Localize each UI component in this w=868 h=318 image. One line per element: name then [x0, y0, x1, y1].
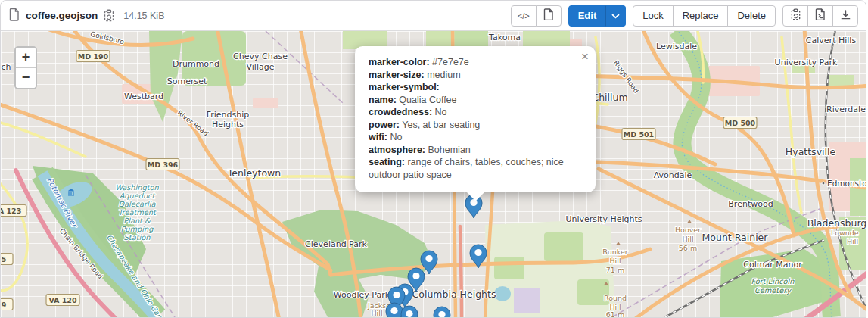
route-badge-md501: MD 501	[622, 129, 655, 140]
property-value: Yes, at bar seating	[402, 120, 480, 130]
lock-button[interactable]: Lock	[633, 5, 673, 26]
label-mount-rainier: Mount Rainier	[702, 232, 769, 243]
chevron-down-icon	[611, 10, 620, 21]
file-size: 14.15 KiB	[123, 11, 164, 21]
property-key: marker-symbol:	[369, 82, 440, 92]
property-key: marker-size:	[369, 70, 425, 80]
map-marker[interactable]	[386, 303, 403, 317]
label-university-park: University Park	[775, 58, 838, 67]
label-jackson-2: Hill	[371, 309, 382, 317]
route-badge-partial-9: 9	[1, 299, 13, 310]
svg-text:Cemetery: Cemetery	[754, 286, 792, 295]
geojson-map[interactable]: MD 190 MD 396 MD 500 MD 501 VA 120 A 123…	[1, 31, 866, 317]
replace-button[interactable]: Replace	[673, 5, 729, 26]
property-key: marker-color:	[369, 57, 430, 67]
svg-text:Hill: Hill	[609, 257, 621, 265]
label-university-heights: University Heights	[565, 214, 642, 224]
popup-close-button[interactable]: ×	[580, 48, 590, 64]
route-badge-va120: VA 120	[46, 295, 79, 306]
route-badge-partial-5: 5	[1, 254, 13, 265]
label-tenleytown: Tenleytown	[227, 167, 281, 179]
property-value: No	[390, 132, 402, 142]
route-badge-md500: MD 500	[723, 117, 757, 129]
svg-text:VA 120: VA 120	[48, 296, 77, 304]
edit-split-button: Edit	[568, 5, 627, 26]
file-blob-icon	[543, 8, 554, 23]
svg-text:Plant &: Plant &	[123, 217, 151, 225]
copy-contents-button[interactable]	[782, 5, 808, 26]
label-hoover-hill: Hoover	[675, 226, 701, 234]
label-hyattsville: Hyattsville	[786, 146, 836, 157]
svg-text:MD 396: MD 396	[148, 161, 179, 169]
svg-text:9: 9	[2, 301, 7, 309]
open-raw-button[interactable]	[807, 5, 833, 26]
route-badge-va123: A 123	[1, 205, 26, 217]
label-cleveland-park: Cleveland Park	[305, 239, 367, 249]
edit-button[interactable]: Edit	[568, 5, 607, 26]
file-info: coffee.geojson 14.15 KiB	[8, 8, 164, 24]
label-bladensburg: Bladensburg	[807, 217, 866, 229]
file-name: coffee.geojson	[26, 10, 98, 21]
property-value: #7e7e7e	[432, 57, 469, 67]
svg-text:MD 501: MD 501	[624, 130, 654, 139]
label-lownde-hill: Lownde	[831, 229, 859, 237]
property-value: Bohemian	[428, 145, 471, 155]
label-bunker-hill: Bunker	[602, 248, 628, 256]
label-takoma: Takoma	[488, 33, 521, 42]
property-key: seating:	[369, 157, 405, 167]
svg-text:61 m: 61 m	[606, 310, 624, 317]
svg-text:Station: Station	[124, 233, 151, 242]
popup-property: marker-size: medium	[369, 69, 585, 82]
display-rendered-button[interactable]	[536, 5, 562, 26]
label-brentwood: Brentwood	[728, 199, 773, 209]
label-fort-lincoln: Fort Lincoln	[751, 277, 795, 285]
map-zoom-control: + −	[14, 46, 37, 89]
zoom-out-button[interactable]: −	[16, 68, 36, 88]
popup-property: wifi: No	[369, 131, 585, 144]
label-drummond: Drummond	[173, 59, 219, 69]
svg-text:56 m: 56 m	[679, 244, 697, 252]
svg-text:A 123: A 123	[1, 207, 21, 215]
property-value: medium	[427, 70, 460, 80]
clipboard-icon	[790, 8, 801, 23]
label-colmar-manor: Colmar Manor	[743, 260, 802, 270]
svg-text:71 m: 71 m	[606, 266, 624, 274]
reservoir-pond	[494, 286, 511, 301]
label-chevy-chase: Chevy Chase	[233, 51, 288, 61]
label-chevy-chase-2: Village	[247, 62, 275, 72]
label-chillum: Chillum	[592, 92, 627, 103]
file-header: coffee.geojson 14.15 KiB </> Edit Lock R…	[1, 1, 866, 31]
delete-button[interactable]: Delete	[727, 5, 776, 26]
file-actions: </> Edit Lock Replace Delete	[511, 5, 858, 26]
popup-property: atmosphere: Bohemian	[369, 144, 585, 157]
svg-text:Treatment: Treatment	[118, 208, 157, 217]
label-friendship: Friendship	[207, 110, 250, 120]
file-icon	[8, 8, 20, 24]
svg-text:MD 190: MD 190	[78, 52, 109, 61]
svg-text:Dalecarlia: Dalecarlia	[118, 200, 156, 208]
svg-text:Hill: Hill	[682, 235, 693, 243]
popup-property: seating: range of chairs, tables, couche…	[369, 156, 585, 181]
label-somerset: Somerset	[167, 76, 207, 86]
zoom-in-button[interactable]: +	[16, 48, 36, 68]
file-viewer: coffee.geojson 14.15 KiB </> Edit Lock R…	[0, 0, 866, 318]
file-operations-group: Lock Replace Delete	[633, 5, 776, 26]
code-icon: </>	[518, 11, 530, 20]
popup-property: power: Yes, at bar seating	[369, 119, 585, 132]
label-partial: ch	[1, 62, 11, 72]
label-lewisdale: Lewisdale	[656, 42, 697, 51]
cemetery-area	[514, 288, 540, 313]
route-badge-md190: MD 190	[76, 51, 110, 62]
label-avondale: Avondale	[654, 170, 692, 180]
label-round-hill: Round	[604, 294, 627, 302]
view-toggle-group: </>	[511, 5, 562, 26]
svg-text:Hill: Hill	[847, 237, 858, 245]
popup-property: crowdedness: No	[369, 106, 585, 119]
property-key: crowdedness:	[369, 107, 432, 117]
copy-file-path-button[interactable]	[103, 9, 115, 22]
display-source-button[interactable]: </>	[511, 5, 537, 26]
download-button[interactable]	[832, 5, 858, 26]
label-woodley-park: Woodley Park	[334, 290, 390, 300]
edit-dropdown-toggle[interactable]	[605, 5, 626, 26]
file-utility-group	[782, 5, 858, 26]
